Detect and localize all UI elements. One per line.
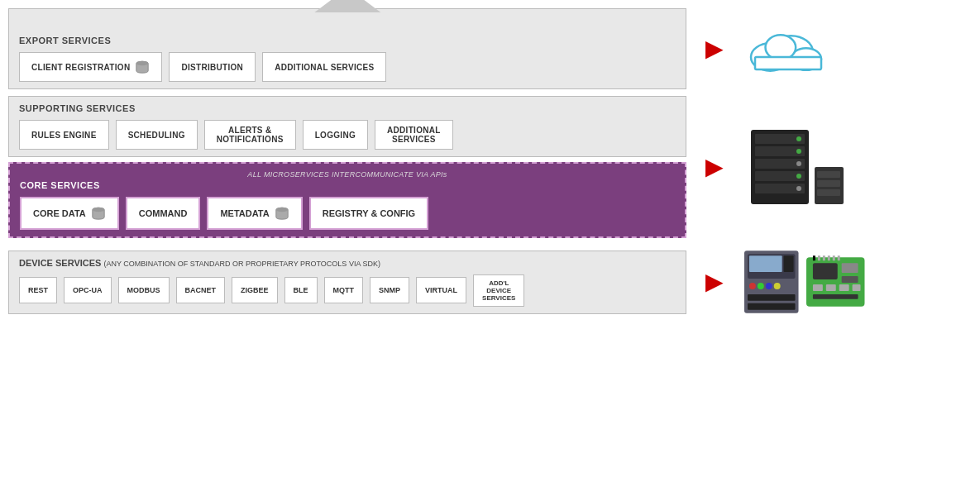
- opc-ua-box: OPC-UA: [64, 277, 112, 303]
- opc-ua-label: OPC-UA: [73, 286, 103, 294]
- rules-engine-box: RULES ENGINE: [19, 120, 109, 150]
- registry-config-box: REGISTRY & CONFIG: [309, 197, 428, 230]
- client-registration-box: CLIENT REGISTRATION: [19, 52, 162, 82]
- export-arrow: ►: [700, 34, 729, 64]
- scheduling-label: SCHEDULING: [128, 131, 185, 140]
- additional-services-export-box: ADDITIONAL SERVICES: [262, 52, 386, 82]
- core-data-box: CORE DATA: [20, 197, 119, 230]
- svg-rect-29: [783, 255, 793, 272]
- svg-point-33: [773, 283, 780, 289]
- mqtt-label: MQTT: [333, 286, 355, 294]
- device-icons: [743, 245, 867, 319]
- svg-point-32: [765, 283, 772, 289]
- distribution-box: DISTRIBUTION: [169, 52, 256, 82]
- logging-label: LOGGING: [315, 131, 356, 140]
- svg-rect-44: [813, 294, 858, 299]
- modbus-box: MODBUS: [118, 277, 170, 303]
- addl-device-box: ADD'LDEVICESERVICES: [473, 274, 524, 307]
- addl-device-label: ADD'LDEVICESERVICES: [482, 279, 515, 302]
- device-arrow: ►: [700, 267, 729, 297]
- db-icon-client: [135, 60, 150, 74]
- scheduling-box: SCHEDULING: [116, 120, 198, 150]
- svg-point-8: [93, 208, 104, 212]
- svg-rect-37: [813, 263, 838, 279]
- ble-label: BLE: [294, 286, 308, 294]
- rest-box: REST: [19, 277, 57, 303]
- svg-rect-35: [748, 303, 796, 310]
- svg-point-21: [796, 186, 801, 191]
- svg-point-31: [758, 283, 764, 289]
- device-services-box: DEVICE SERVICES (ANY COMBINATION OF STAN…: [8, 251, 686, 314]
- api-label: ALL MICROSERVICES INTERCOMMUNICATE VIA A…: [247, 170, 447, 179]
- svg-rect-39: [842, 276, 858, 283]
- svg-point-19: [796, 161, 801, 166]
- svg-point-30: [749, 283, 756, 289]
- zigbee-label: ZIGBEE: [241, 286, 269, 294]
- svg-rect-6: [755, 57, 821, 69]
- architecture-diagram: CHOICE OF PROTOCOL EXPORT SERVICES CLIEN…: [8, 8, 972, 319]
- device-title-label: DEVICE SERVICES: [19, 258, 104, 268]
- svg-rect-43: [853, 284, 861, 291]
- core-services-box: ALL MICROSERVICES INTERCOMMUNICATE VIA A…: [8, 162, 686, 238]
- ble-box: BLE: [284, 277, 318, 303]
- svg-point-20: [796, 174, 801, 179]
- device-subtitle: (ANY COMBINATION OF STANDARD OR PROPRIET…: [104, 260, 380, 268]
- db-icon-core: [91, 206, 106, 221]
- additional-services-supporting-box: ADDITIONALSERVICES: [375, 120, 453, 150]
- virtual-box: VIRTUAL: [416, 277, 466, 303]
- core-title: CORE SERVICES: [20, 180, 675, 190]
- bacnet-label: BACNET: [185, 286, 217, 294]
- distribution-label: DISTRIBUTION: [181, 63, 243, 72]
- rest-label: REST: [28, 286, 48, 294]
- device-row: DEVICE SERVICES (ANY COMBINATION OF STAN…: [8, 245, 972, 319]
- svg-rect-50: [838, 255, 840, 260]
- svg-rect-23: [817, 171, 840, 178]
- svg-point-1: [136, 61, 148, 65]
- core-data-label: CORE DATA: [33, 208, 86, 218]
- svg-rect-46: [818, 255, 820, 260]
- command-box: COMMAND: [126, 197, 201, 230]
- svg-rect-42: [839, 284, 849, 291]
- db-icon-meta: [275, 206, 289, 221]
- svg-rect-48: [828, 255, 830, 260]
- device-title: DEVICE SERVICES (ANY COMBINATION OF STAN…: [19, 258, 676, 268]
- svg-rect-38: [842, 263, 858, 273]
- alerts-box: ALERTS &NOTIFICATIONS: [204, 120, 296, 150]
- alerts-label: ALERTS &NOTIFICATIONS: [217, 126, 284, 144]
- svg-rect-34: [748, 294, 796, 301]
- export-services-list: CLIENT REGISTRATION DISTRIBUTION ADDITIO…: [19, 52, 676, 82]
- cloud-icon: .cloud{fill:white;stroke:#4ab8d8;stroke-…: [743, 20, 825, 78]
- client-registration-label: CLIENT REGISTRATION: [31, 63, 130, 72]
- snmp-label: SNMP: [379, 286, 400, 294]
- middle-section-row: SUPPORTING SERVICES RULES ENGINE SCHEDUL…: [8, 96, 972, 238]
- additional-services-supporting-label: ADDITIONALSERVICES: [387, 126, 441, 144]
- middle-boxes: SUPPORTING SERVICES RULES ENGINE SCHEDUL…: [8, 96, 686, 238]
- svg-rect-45: [813, 255, 815, 260]
- additional-services-export-label: ADDITIONAL SERVICES: [275, 63, 374, 72]
- svg-rect-25: [817, 189, 840, 196]
- svg-point-17: [796, 136, 801, 141]
- metadata-box: METADATA: [207, 197, 302, 230]
- modbus-label: MODBUS: [127, 286, 160, 294]
- command-label: COMMAND: [139, 208, 188, 218]
- core-services-list: CORE DATA COMMAND METADATA: [20, 197, 675, 230]
- export-row: CHOICE OF PROTOCOL EXPORT SERVICES CLIEN…: [8, 8, 972, 89]
- svg-rect-47: [823, 255, 825, 260]
- export-services-box: CHOICE OF PROTOCOL EXPORT SERVICES CLIEN…: [8, 8, 686, 89]
- snmp-box: SNMP: [370, 277, 409, 303]
- svg-point-18: [796, 149, 801, 154]
- registry-config-label: REGISTRY & CONFIG: [323, 208, 415, 218]
- bacnet-box: BACNET: [176, 277, 226, 303]
- server-icon: [743, 126, 850, 208]
- zigbee-box: ZIGBEE: [232, 277, 278, 303]
- svg-rect-28: [749, 255, 782, 272]
- virtual-label: VIRTUAL: [425, 286, 457, 294]
- svg-rect-40: [813, 284, 823, 291]
- supporting-services-box: SUPPORTING SERVICES RULES ENGINE SCHEDUL…: [8, 96, 686, 157]
- svg-rect-24: [817, 180, 840, 187]
- export-title: EXPORT SERVICES: [19, 36, 676, 45]
- supporting-title: SUPPORTING SERVICES: [19, 103, 676, 113]
- logging-box: LOGGING: [303, 120, 368, 150]
- middle-arrow: ►: [700, 152, 729, 182]
- svg-rect-49: [833, 255, 835, 260]
